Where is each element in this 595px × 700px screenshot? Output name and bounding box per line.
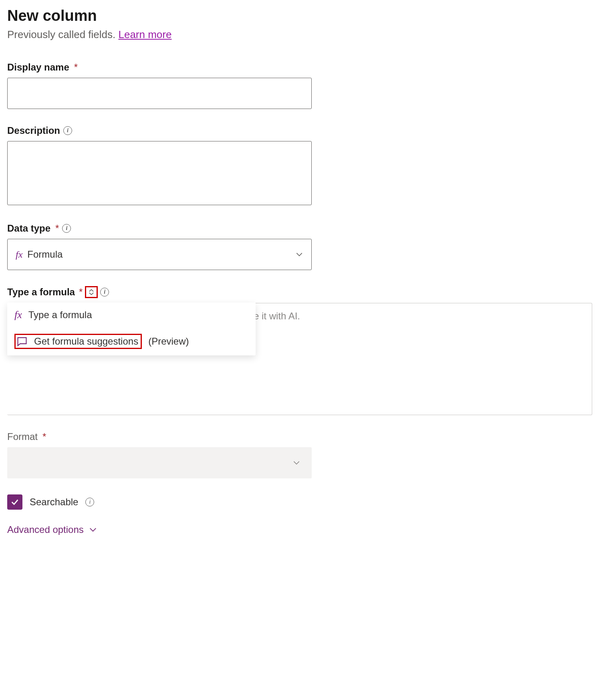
chevron-down-icon — [295, 250, 303, 258]
chevron-up-icon — [89, 289, 94, 292]
info-icon[interactable]: i — [63, 126, 72, 135]
formula-menu-toggle[interactable] — [85, 286, 98, 298]
data-type-select[interactable]: fx Formula — [7, 239, 312, 270]
display-name-label: Display name — [7, 62, 69, 73]
required-asterisk: * — [74, 62, 78, 73]
display-name-input[interactable] — [7, 78, 312, 109]
dropdown-type-formula-label: Type a formula — [28, 309, 92, 321]
learn-more-link[interactable]: Learn more — [118, 28, 171, 40]
format-label: Format — [7, 431, 38, 442]
chevron-down-icon — [89, 292, 94, 295]
data-type-label: Data type — [7, 223, 50, 234]
description-label: Description — [7, 125, 60, 136]
info-icon[interactable]: i — [85, 498, 94, 506]
data-type-selected: Formula — [27, 249, 63, 260]
preview-badge: (Preview) — [148, 336, 189, 347]
formula-dropdown: fx Type a formula Get formula suggestion… — [7, 303, 256, 355]
info-icon[interactable]: i — [100, 288, 109, 297]
advanced-options-toggle[interactable]: Advanced options — [7, 524, 588, 535]
searchable-checkbox[interactable] — [7, 494, 22, 510]
dropdown-item-get-suggestions[interactable]: Get formula suggestions (Preview) — [7, 327, 256, 355]
dropdown-get-suggestions-label: Get formula suggestions — [34, 336, 138, 347]
formula-fx-icon: fx — [16, 249, 22, 260]
chevron-down-icon — [89, 525, 97, 534]
chevron-down-icon — [292, 459, 301, 467]
info-icon[interactable]: i — [62, 224, 71, 233]
format-select[interactable] — [7, 447, 312, 478]
advanced-options-label: Advanced options — [7, 524, 84, 535]
required-asterisk: * — [79, 286, 83, 298]
check-icon — [10, 498, 19, 506]
dropdown-item-type-formula[interactable]: fx Type a formula — [7, 303, 256, 327]
chat-icon — [16, 336, 28, 347]
page-title: New column — [7, 7, 588, 24]
subtitle: Previously called fields. Learn more — [7, 28, 588, 41]
required-asterisk: * — [55, 223, 59, 234]
searchable-label: Searchable — [30, 496, 78, 508]
description-input[interactable] — [7, 141, 312, 205]
required-asterisk: * — [42, 431, 46, 442]
subtitle-text: Previously called fields. — [7, 28, 118, 40]
formula-fx-icon: fx — [14, 309, 22, 321]
formula-label: Type a formula — [7, 286, 75, 298]
